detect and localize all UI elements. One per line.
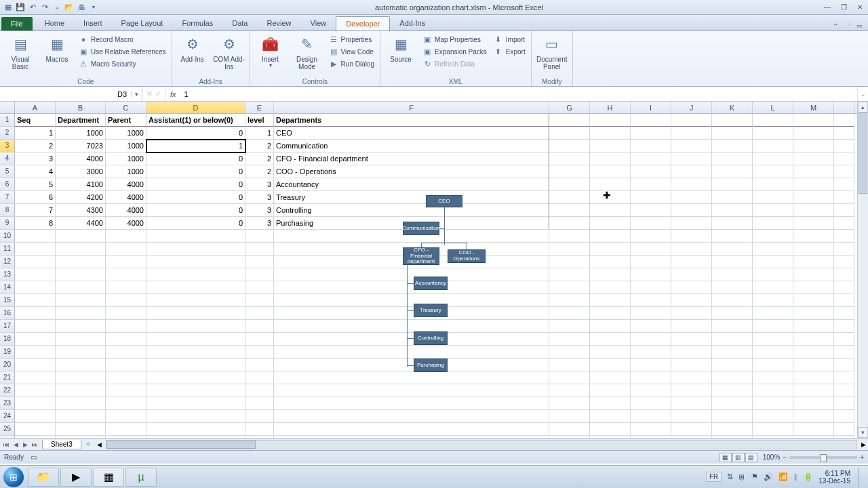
cell[interactable]: [245, 359, 274, 371]
cell[interactable]: [106, 307, 146, 320]
cell[interactable]: [793, 281, 834, 294]
cell[interactable]: [834, 294, 854, 307]
file-tab[interactable]: File: [1, 17, 33, 30]
cell[interactable]: [106, 281, 146, 294]
tab-view[interactable]: View: [301, 16, 336, 30]
cell[interactable]: [793, 346, 834, 359]
cell[interactable]: 4000: [106, 191, 146, 204]
minimize-ribbon-icon[interactable]: ⌃: [833, 22, 838, 30]
cell[interactable]: [631, 346, 671, 359]
cell[interactable]: [146, 230, 245, 243]
taskbar-explorer[interactable]: 📁: [28, 468, 59, 487]
cell[interactable]: [671, 114, 712, 127]
cell[interactable]: [146, 333, 245, 346]
cell[interactable]: [712, 165, 753, 178]
cell[interactable]: [549, 294, 590, 307]
spreadsheet-grid[interactable]: ABCDEFGHIJKLM 1SeqDepartmentParentAssist…: [0, 102, 868, 438]
start-button[interactable]: ⊞: [0, 466, 27, 489]
cell[interactable]: [106, 371, 146, 384]
cell[interactable]: [549, 346, 590, 359]
cell[interactable]: [631, 410, 671, 423]
tray-wifi-icon[interactable]: 📶: [778, 472, 788, 481]
cell[interactable]: Department: [56, 114, 106, 127]
cell[interactable]: [712, 320, 753, 333]
cell[interactable]: [590, 371, 631, 384]
column-header-C[interactable]: C: [106, 102, 146, 113]
open-icon[interactable]: 📂: [64, 2, 75, 13]
cell[interactable]: [15, 410, 56, 423]
cell[interactable]: [753, 114, 793, 127]
cell[interactable]: [671, 217, 712, 230]
cell[interactable]: [712, 191, 753, 204]
cell[interactable]: [793, 191, 834, 204]
cell[interactable]: [671, 371, 712, 384]
cell[interactable]: [793, 384, 834, 397]
cell[interactable]: [753, 307, 793, 320]
cell[interactable]: [631, 371, 671, 384]
cell[interactable]: [631, 333, 671, 346]
cell[interactable]: [590, 165, 631, 178]
cell[interactable]: [671, 243, 712, 256]
fx-icon[interactable]: fx: [166, 87, 180, 101]
horizontal-scrollbar[interactable]: ◀ ▶: [95, 440, 868, 449]
properties-button[interactable]: ☰Properties: [328, 34, 376, 45]
cell[interactable]: [590, 281, 631, 294]
cell[interactable]: [590, 152, 631, 165]
cell[interactable]: [245, 281, 274, 294]
cell[interactable]: [834, 268, 854, 281]
cell[interactable]: [245, 320, 274, 333]
taskbar-excel[interactable]: ▦: [93, 468, 124, 487]
page-layout-view-icon[interactable]: ▥: [732, 453, 745, 462]
cell[interactable]: [146, 320, 245, 333]
cell[interactable]: [712, 243, 753, 256]
help-icon[interactable]: ❔: [842, 21, 852, 30]
cell[interactable]: [245, 243, 274, 256]
cell[interactable]: 4000: [106, 204, 146, 217]
cell[interactable]: [793, 410, 834, 423]
cell[interactable]: 3: [245, 178, 274, 191]
cell[interactable]: [274, 281, 549, 294]
cell[interactable]: [274, 256, 549, 268]
cell[interactable]: [56, 294, 106, 307]
cell[interactable]: [834, 256, 854, 268]
cell[interactable]: [834, 333, 854, 346]
cell[interactable]: [671, 140, 712, 152]
new-icon[interactable]: ▫: [52, 2, 62, 13]
tab-home[interactable]: Home: [35, 16, 74, 30]
source-button[interactable]: ▦Source: [384, 34, 417, 63]
cell[interactable]: 4000: [106, 217, 146, 230]
cell[interactable]: [712, 281, 753, 294]
cell[interactable]: [793, 127, 834, 140]
cell[interactable]: [712, 268, 753, 281]
cell[interactable]: [15, 333, 56, 346]
cell[interactable]: [590, 140, 631, 152]
cell[interactable]: [834, 397, 854, 410]
cell[interactable]: 1: [146, 140, 245, 152]
cell[interactable]: 0: [146, 178, 245, 191]
cell[interactable]: [15, 320, 56, 333]
cell[interactable]: [753, 165, 793, 178]
cell[interactable]: [712, 217, 753, 230]
cell[interactable]: [245, 397, 274, 410]
sheet-nav-first-icon[interactable]: ⏮: [1, 441, 11, 448]
cell[interactable]: [274, 243, 549, 256]
cell[interactable]: [671, 165, 712, 178]
tab-page-layout[interactable]: Page Layout: [112, 16, 173, 30]
cell[interactable]: [793, 423, 834, 436]
cell[interactable]: [753, 204, 793, 217]
cell[interactable]: [15, 371, 56, 384]
cell[interactable]: [834, 127, 854, 140]
cell[interactable]: [106, 230, 146, 243]
column-header-G[interactable]: G: [549, 102, 590, 113]
cell[interactable]: [549, 333, 590, 346]
row-header[interactable]: 4: [0, 152, 15, 165]
cell[interactable]: [793, 397, 834, 410]
cell[interactable]: [631, 436, 671, 438]
cell[interactable]: [753, 256, 793, 268]
cell[interactable]: [834, 243, 854, 256]
cell[interactable]: [590, 178, 631, 191]
cell[interactable]: [834, 230, 854, 243]
cell[interactable]: 1000: [106, 152, 146, 165]
column-header-M[interactable]: M: [793, 102, 834, 113]
cell[interactable]: [671, 191, 712, 204]
